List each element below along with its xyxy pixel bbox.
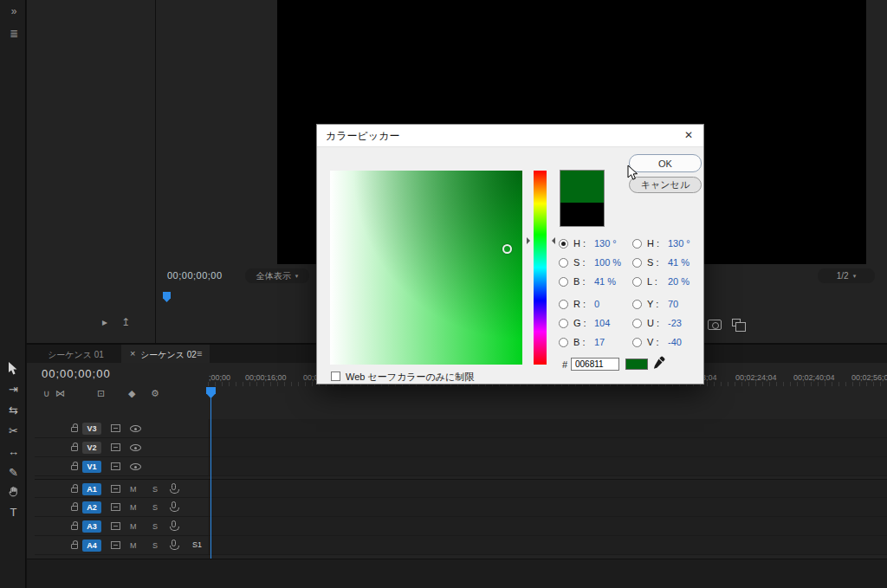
radio-g[interactable] xyxy=(559,319,568,328)
radio-r[interactable] xyxy=(559,300,568,309)
radio-b2[interactable] xyxy=(559,338,568,347)
lock-icon[interactable] xyxy=(71,506,78,511)
field-value[interactable]: 100 xyxy=(594,257,610,268)
track-lane[interactable] xyxy=(208,480,887,497)
hex-input[interactable] xyxy=(571,358,619,371)
panel-play-icon[interactable]: ▸ xyxy=(102,316,107,328)
timeline-settings-icon[interactable]: ⚙ xyxy=(151,388,159,399)
radio-b[interactable] xyxy=(559,277,568,287)
solo-button[interactable]: S xyxy=(152,541,158,550)
nest-selection-icon[interactable]: ⊡ xyxy=(97,388,105,399)
field-value[interactable]: 130 xyxy=(594,238,610,249)
voiceover-mic-icon[interactable] xyxy=(172,540,176,546)
lock-icon[interactable] xyxy=(71,488,78,493)
type-tool[interactable]: T xyxy=(3,502,24,522)
sync-lock-icon[interactable] xyxy=(111,485,120,493)
field-value[interactable]: 0 xyxy=(594,299,599,309)
radio-s[interactable] xyxy=(559,258,568,268)
playback-resolution-dropdown[interactable]: 1/2 ▾ xyxy=(818,268,875,283)
field-value[interactable]: -40 xyxy=(668,337,682,347)
lock-icon[interactable] xyxy=(71,446,78,451)
rail-menu-icon[interactable]: » xyxy=(6,5,22,17)
solo-button[interactable]: S xyxy=(152,522,158,531)
lock-icon[interactable] xyxy=(71,525,78,530)
color-field[interactable] xyxy=(330,171,522,365)
pen-tool[interactable]: ✎ xyxy=(3,462,24,482)
lock-icon[interactable] xyxy=(71,544,78,549)
field-value[interactable]: 17 xyxy=(594,337,605,347)
razor-tool[interactable]: ✂ xyxy=(3,421,24,441)
radio-s2[interactable] xyxy=(632,258,642,268)
tab-sequence-02[interactable]: × シーケンス 02 ≡ xyxy=(121,345,210,363)
monitor-timecode[interactable]: 00;00;00;00 xyxy=(167,270,223,281)
eye-icon[interactable] xyxy=(130,444,141,451)
field-value[interactable]: -23 xyxy=(668,318,682,328)
solo-button[interactable]: S xyxy=(152,503,158,512)
sync-lock-icon[interactable] xyxy=(111,462,120,470)
eye-icon[interactable] xyxy=(130,463,141,470)
radio-h[interactable] xyxy=(559,239,568,249)
field-value[interactable]: 104 xyxy=(594,318,610,328)
field-value[interactable]: 130 xyxy=(668,238,683,249)
mute-button[interactable]: M xyxy=(130,503,137,512)
rail-workspace-icon[interactable]: ≣ xyxy=(6,28,22,40)
lock-icon[interactable] xyxy=(71,465,78,470)
track-badge[interactable]: V2 xyxy=(82,442,101,454)
eye-icon[interactable] xyxy=(130,425,141,432)
radio-v[interactable] xyxy=(632,338,642,347)
field-value[interactable]: 41 xyxy=(668,257,678,268)
track-lane[interactable] xyxy=(208,438,887,456)
sync-lock-icon[interactable] xyxy=(111,541,120,549)
field-value[interactable]: 70 xyxy=(668,299,678,309)
add-marker-icon[interactable]: ◆ xyxy=(128,388,135,399)
eyedropper-icon[interactable] xyxy=(652,356,665,372)
close-icon[interactable]: ✕ xyxy=(684,129,693,141)
hand-tool[interactable] xyxy=(3,481,24,501)
track-lane[interactable] xyxy=(208,498,887,516)
fit-dropdown[interactable]: 全体表示 ▾ xyxy=(245,268,309,283)
panel-export-icon[interactable]: ↥ xyxy=(121,316,130,328)
radio-l[interactable] xyxy=(632,277,642,287)
voiceover-mic-icon[interactable] xyxy=(172,520,176,527)
hue-slider[interactable] xyxy=(534,171,547,365)
radio-h2[interactable] xyxy=(632,239,642,249)
sync-lock-icon[interactable] xyxy=(111,503,120,511)
radio-y[interactable] xyxy=(632,300,642,309)
sync-lock-icon[interactable] xyxy=(111,443,120,451)
comparison-view-icon[interactable] xyxy=(732,319,741,326)
field-value[interactable]: 20 xyxy=(668,276,678,287)
sync-lock-icon[interactable] xyxy=(111,424,120,432)
lock-icon[interactable] xyxy=(71,427,78,432)
solo-button[interactable]: S xyxy=(152,485,158,494)
sync-lock-icon[interactable] xyxy=(111,522,120,530)
track-badge[interactable]: A1 xyxy=(82,483,101,495)
color-field-cursor[interactable] xyxy=(502,244,512,254)
tab-close-icon[interactable]: × xyxy=(130,348,135,359)
radio-u[interactable] xyxy=(632,319,642,328)
track-lane[interactable] xyxy=(208,517,887,535)
slip-tool[interactable]: ↔ xyxy=(3,442,24,462)
field-value[interactable]: 41 xyxy=(594,276,605,287)
track-badge[interactable]: V1 xyxy=(82,461,101,473)
ripple-edit-tool[interactable]: ⇆ xyxy=(3,400,24,420)
track-lane[interactable] xyxy=(208,419,887,437)
websafe-checkbox[interactable] xyxy=(331,372,340,381)
panel-menu-icon[interactable]: ≡ xyxy=(197,348,202,359)
timeline-timecode[interactable]: 00;00;00;00 xyxy=(42,367,111,380)
export-frame-icon[interactable] xyxy=(708,320,722,330)
selection-tool[interactable] xyxy=(3,359,24,378)
voiceover-mic-icon[interactable] xyxy=(172,483,176,490)
ok-button[interactable]: OK xyxy=(629,154,702,172)
mute-button[interactable]: M xyxy=(130,522,137,531)
mute-button[interactable]: M xyxy=(130,541,137,550)
tab-sequence-01[interactable]: シーケンス 01 xyxy=(48,349,104,361)
track-select-forward-tool[interactable]: ⇥ xyxy=(3,379,24,399)
track-badge[interactable]: A4 xyxy=(82,540,101,552)
track-lane[interactable] xyxy=(208,536,887,554)
linked-selection-icon[interactable]: ⋈ xyxy=(55,388,65,399)
mute-button[interactable]: M xyxy=(130,485,137,494)
track-lane[interactable] xyxy=(208,457,887,475)
voiceover-mic-icon[interactable] xyxy=(172,501,176,508)
track-badge[interactable]: A2 xyxy=(82,501,101,514)
cancel-button[interactable]: キャンセル xyxy=(629,177,702,193)
